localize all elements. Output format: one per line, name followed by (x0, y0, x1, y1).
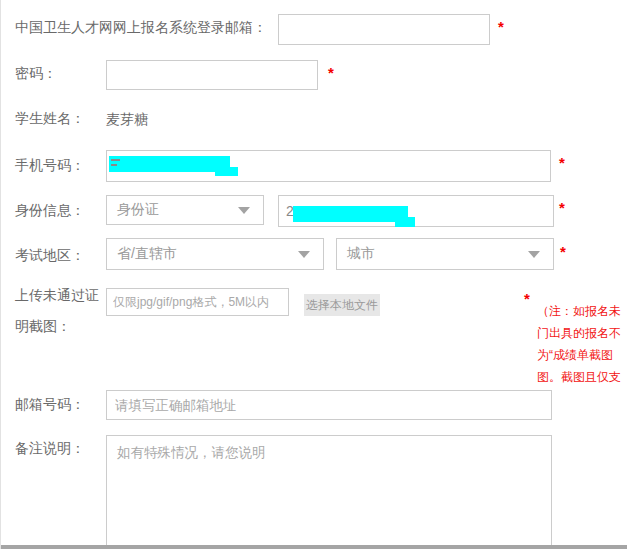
upload-note-line: 为“成绩单截图 (537, 344, 627, 366)
email-address-label: 邮箱号码： (15, 396, 85, 412)
login-email-label: 中国卫生人才网网上报名系统登录邮箱： (15, 19, 267, 35)
phone-redaction-highlight-tail (215, 167, 238, 176)
redacted-text-artifact (111, 159, 120, 161)
required-asterisk: * (559, 156, 565, 170)
province-select[interactable]: 省/直辖市 (106, 238, 324, 270)
required-asterisk: * (524, 292, 530, 306)
upload-note: （注：如报名未 门出具的报名不 为“成绩单截图 图。截图且仅支 (537, 300, 627, 388)
chevron-down-icon (238, 207, 250, 214)
exam-region-label: 考试地区： (15, 247, 85, 263)
upload-note-line: 门出具的报名不 (537, 322, 627, 344)
bottom-scrollbar[interactable] (1, 545, 627, 549)
required-asterisk: * (560, 245, 566, 259)
chevron-down-icon (298, 251, 310, 258)
password-input[interactable] (106, 60, 318, 90)
email-address-input[interactable] (106, 390, 552, 420)
id-number-redaction-highlight (293, 206, 408, 222)
login-email-input[interactable] (278, 14, 490, 45)
required-asterisk: * (498, 20, 504, 34)
password-label: 密码： (15, 65, 57, 81)
upload-note-line: （注：如报名未 (537, 300, 627, 322)
registration-appeal-form: 中国卫生人才网网上报名系统登录邮箱： * 密码： * 学生姓名： 麦芽糖 手机号… (0, 0, 627, 549)
remarks-textarea[interactable] (106, 435, 552, 549)
id-type-selected-value: 身份证 (117, 201, 159, 219)
chevron-down-icon (528, 251, 540, 258)
remarks-label: 备注说明： (15, 440, 85, 456)
phone-redaction-highlight (109, 156, 230, 172)
required-asterisk: * (328, 66, 334, 80)
city-select-placeholder: 城市 (347, 245, 375, 263)
student-name-value: 麦芽糖 (106, 111, 148, 129)
upload-file-input[interactable] (106, 288, 289, 316)
redacted-text-artifact (111, 164, 117, 166)
province-select-placeholder: 省/直辖市 (117, 245, 177, 263)
id-type-select[interactable]: 身份证 (106, 195, 264, 225)
upload-proof-label: 上传未通过证明截图： (15, 280, 105, 342)
required-asterisk: * (559, 201, 565, 215)
phone-label: 手机号码： (15, 157, 85, 173)
id-info-label: 身份信息： (15, 202, 85, 218)
upload-note-line: 图。截图且仅支 (537, 366, 627, 388)
choose-local-file-button[interactable]: 选择本地文件 (304, 294, 380, 316)
city-select[interactable]: 城市 (336, 238, 554, 270)
student-name-label: 学生姓名： (15, 110, 85, 126)
id-number-redaction-highlight-tail (395, 217, 415, 227)
